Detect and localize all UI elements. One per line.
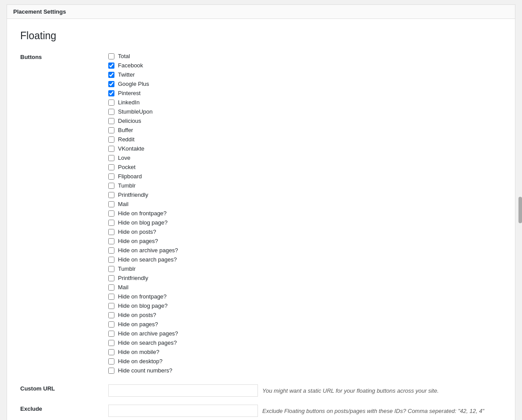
checkbox-item-cb_love: Love [108, 155, 502, 161]
checkbox-cb_hide_search[interactable] [108, 257, 114, 263]
checkbox-cb_hide_frontpage[interactable] [108, 210, 114, 217]
checkbox-cb_hide_posts2[interactable] [108, 312, 114, 318]
checkbox-item-cb_hide_frontpage2: Hide on frontpage? [108, 293, 502, 300]
checkbox-cb_buffer[interactable] [108, 127, 114, 133]
checkbox-item-cb_tumblr2: Tumblr [108, 265, 502, 272]
checkbox-item-cb_twitter: Twitter [108, 71, 502, 78]
checkbox-cb_hide_frontpage2[interactable] [108, 294, 114, 300]
checkbox-cb_hide_posts[interactable] [108, 229, 114, 235]
label-cb_googleplus[interactable]: Google Plus [118, 81, 149, 87]
checkbox-cb_pinterest[interactable] [108, 90, 114, 96]
checkbox-cb_mail[interactable] [108, 201, 114, 207]
outer-wrapper: Placement Settings Floating Buttons Tota… [0, 4, 522, 420]
checkbox-cb_twitter[interactable] [108, 72, 114, 78]
checkbox-item-cb_hide_search: Hide on search pages? [108, 256, 502, 263]
label-cb_flipboard[interactable]: Flipboard [118, 173, 142, 180]
checkbox-cb_reddit[interactable] [108, 136, 114, 143]
label-cb_printfriendly[interactable]: Printfriendly [118, 192, 148, 198]
label-cb_mail[interactable]: Mail [118, 201, 129, 207]
checkbox-cb_facebook[interactable] [108, 63, 114, 69]
checkbox-item-cb_googleplus: Google Plus [108, 81, 502, 87]
label-cb_hide_posts[interactable]: Hide on posts? [118, 228, 156, 235]
custom-url-input[interactable] [108, 384, 258, 397]
custom-url-content: You might want a static URL for your flo… [108, 384, 502, 397]
label-cb_tumblr2[interactable]: Tumblr [118, 265, 136, 272]
label-cb_hide_pages2[interactable]: Hide on pages? [118, 321, 158, 328]
checkbox-cb_hide_count[interactable] [108, 368, 114, 374]
checkbox-cb_tumblr2[interactable] [108, 266, 114, 272]
checkbox-cb_pocket[interactable] [108, 164, 114, 170]
label-cb_hide_search[interactable]: Hide on search pages? [118, 256, 177, 263]
checkbox-cb_hide_pages[interactable] [108, 238, 114, 244]
checkbox-item-cb_mail2: Mail [108, 284, 502, 291]
scrollbar[interactable] [518, 197, 522, 223]
label-cb_hide_posts2[interactable]: Hide on posts? [118, 312, 156, 318]
label-cb_twitter[interactable]: Twitter [118, 71, 135, 78]
label-cb_vkontakte[interactable]: VKontakte [118, 145, 144, 152]
label-cb_stumbleupon[interactable]: StumbleUpon [118, 108, 153, 115]
label-cb_pinterest[interactable]: Pinterest [118, 90, 140, 96]
label-cb_hide_archive[interactable]: Hide on archive pages? [118, 247, 178, 254]
label-cb_tumblr[interactable]: Tumblr [118, 182, 136, 189]
label-cb_hide_blog2[interactable]: Hide on blog page? [118, 302, 168, 309]
checkbox-cb_hide_blog[interactable] [108, 220, 114, 226]
custom-url-description: You might want a static URL for your flo… [262, 387, 439, 394]
checkbox-cb_linkedin[interactable] [108, 99, 114, 106]
checkbox-item-cb_hide_pages2: Hide on pages? [108, 321, 502, 328]
checkbox-cb_hide_blog2[interactable] [108, 303, 114, 309]
checkbox-cb_hide_search2[interactable] [108, 340, 114, 346]
exclude-label: Exclude [20, 405, 108, 412]
label-cb_hide_frontpage2[interactable]: Hide on frontpage? [118, 293, 167, 300]
checkbox-cb_printfriendly[interactable] [108, 192, 114, 198]
checkbox-cb_vkontakte[interactable] [108, 146, 114, 152]
page-title: Floating [20, 30, 502, 42]
label-cb_printfriendly2[interactable]: Printfriendly [118, 275, 148, 281]
checkbox-cb_delicious[interactable] [108, 118, 114, 124]
checkbox-item-cb_printfriendly: Printfriendly [108, 192, 502, 198]
label-cb_love[interactable]: Love [118, 155, 130, 161]
label-cb_pocket[interactable]: Pocket [118, 164, 136, 170]
checkbox-cb_hide_desktop[interactable] [108, 358, 114, 365]
exclude-input-row: Exclude Floating buttons on posts/pages … [108, 405, 502, 417]
label-cb_hide_blog[interactable]: Hide on blog page? [118, 219, 168, 226]
label-cb_delicious[interactable]: Delicious [118, 118, 141, 124]
label-cb_hide_pages[interactable]: Hide on pages? [118, 238, 158, 244]
exclude-input[interactable] [108, 405, 258, 417]
checkbox-item-cb_hide_posts: Hide on posts? [108, 228, 502, 235]
checkbox-item-cb_printfriendly2: Printfriendly [108, 275, 502, 281]
checkbox-cb_mail2[interactable] [108, 284, 114, 291]
checkbox-cb_stumbleupon[interactable] [108, 109, 114, 115]
checkbox-cb_hide_archive[interactable] [108, 247, 114, 254]
checkbox-cb_googleplus[interactable] [108, 81, 114, 87]
label-cb_reddit[interactable]: Reddit [118, 136, 135, 143]
settings-panel: Placement Settings Floating Buttons Tota… [7, 4, 515, 420]
label-cb_buffer[interactable]: Buffer [118, 127, 133, 133]
label-cb_hide_search2[interactable]: Hide on search pages? [118, 339, 177, 346]
label-cb_hide_mobile[interactable]: Hide on mobile? [118, 349, 159, 355]
checkbox-cb_hide_pages2[interactable] [108, 321, 114, 328]
checkbox-cb_hide_archive2[interactable] [108, 331, 114, 337]
label-cb_hide_count[interactable]: Hide count numbers? [118, 367, 173, 374]
checkbox-cb_printfriendly2[interactable] [108, 275, 114, 281]
checkbox-item-cb_hide_archive2: Hide on archive pages? [108, 330, 502, 337]
checkbox-cb_total[interactable] [108, 53, 114, 59]
checkbox-item-cb_mail: Mail [108, 201, 502, 207]
panel-header-title: Placement Settings [13, 8, 66, 15]
checkbox-item-cb_hide_blog2: Hide on blog page? [108, 302, 502, 309]
checkbox-cb_flipboard[interactable] [108, 173, 114, 180]
label-cb_facebook[interactable]: Facebook [118, 62, 143, 69]
checkbox-cb_love[interactable] [108, 155, 114, 161]
label-cb_hide_archive2[interactable]: Hide on archive pages? [118, 330, 178, 337]
label-cb_linkedin[interactable]: LinkedIn [118, 99, 140, 106]
buttons-content: TotalFacebookTwitterGoogle PlusPinterest… [108, 53, 502, 376]
label-cb_hide_desktop[interactable]: Hide on desktop? [118, 358, 162, 365]
checkbox-cb_tumblr[interactable] [108, 183, 114, 189]
exclude-row: Exclude Exclude Floating buttons on post… [20, 405, 502, 417]
label-cb_total[interactable]: Total [118, 53, 130, 59]
checkbox-item-cb_tumblr: Tumblr [108, 182, 502, 189]
label-cb_mail2[interactable]: Mail [118, 284, 129, 291]
custom-url-label: Custom URL [20, 384, 108, 392]
checkbox-cb_hide_mobile[interactable] [108, 349, 114, 355]
checkbox-item-cb_hide_pages: Hide on pages? [108, 238, 502, 244]
label-cb_hide_frontpage[interactable]: Hide on frontpage? [118, 210, 167, 217]
